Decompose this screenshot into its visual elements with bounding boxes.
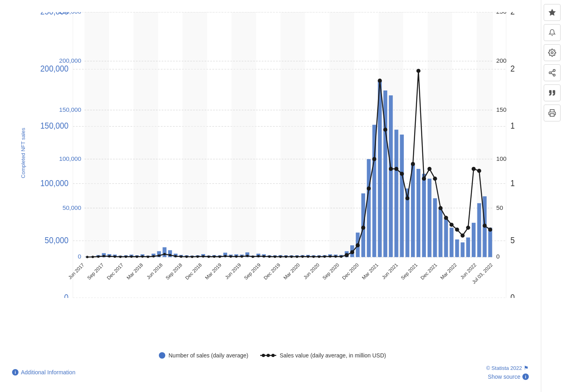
svg-point-144: [92, 256, 94, 258]
svg-point-178: [279, 255, 282, 258]
svg-point-147: [108, 255, 111, 257]
svg-point-224: [549, 72, 551, 74]
svg-point-149: [119, 256, 121, 258]
svg-point-174: [257, 255, 259, 257]
additional-info-label: Additional Information: [21, 369, 75, 376]
svg-point-155: [152, 255, 155, 257]
svg-point-143: [86, 256, 88, 258]
svg-point-197: [383, 127, 387, 131]
svg-rect-134: [444, 218, 448, 257]
svg-text:0: 0: [78, 253, 81, 260]
notification-button[interactable]: [544, 24, 561, 41]
svg-point-195: [372, 157, 376, 161]
svg-text:Mar 2022: Mar 2022: [439, 262, 458, 281]
svg-point-153: [141, 255, 144, 258]
svg-point-191: [350, 250, 354, 254]
show-source-btn[interactable]: Show source i: [488, 374, 529, 380]
print-icon: [548, 109, 556, 117]
svg-text:Mar 2021: Mar 2021: [361, 262, 379, 281]
svg-rect-20: [84, 12, 109, 257]
additional-info-btn[interactable]: i Additional Information: [12, 369, 75, 376]
svg-point-157: [163, 253, 166, 255]
svg-point-169: [230, 255, 232, 258]
bookmark-button[interactable]: [544, 4, 561, 21]
svg-text:Sep 2018: Sep 2018: [164, 262, 183, 281]
svg-point-158: [169, 254, 171, 257]
svg-point-161: [185, 255, 188, 258]
svg-text:50,000: 50,000: [62, 204, 81, 211]
svg-point-213: [472, 167, 476, 171]
svg-rect-124: [389, 95, 393, 257]
svg-point-151: [130, 255, 133, 258]
star-icon: [548, 8, 556, 16]
svg-rect-25: [330, 12, 354, 257]
svg-point-176: [268, 255, 271, 258]
svg-text:Dec 2017: Dec 2017: [106, 262, 125, 281]
svg-point-203: [416, 69, 420, 73]
quote-icon: [548, 89, 556, 96]
svg-point-225: [553, 74, 555, 76]
svg-point-163: [196, 255, 199, 258]
info-icon: i: [12, 369, 18, 376]
svg-point-201: [405, 196, 409, 200]
svg-point-209: [450, 223, 454, 227]
svg-rect-133: [439, 208, 443, 257]
svg-point-184: [312, 255, 315, 258]
legend-line-icon: [260, 352, 276, 359]
svg-rect-140: [477, 203, 481, 257]
chart-legend: Number of sales (daily average) Sales va…: [8, 352, 537, 359]
svg-text:Dec 2018: Dec 2018: [184, 262, 203, 281]
share-button[interactable]: [544, 64, 561, 81]
x-axis-labels: [38, 298, 515, 342]
svg-point-160: [180, 255, 182, 258]
svg-point-152: [136, 255, 138, 258]
svg-point-164: [202, 255, 204, 258]
svg-text:Jun 2021: Jun 2021: [381, 262, 399, 280]
svg-rect-130: [422, 174, 426, 257]
svg-text:0: 0: [496, 253, 499, 260]
svg-point-208: [444, 216, 448, 220]
svg-point-216: [488, 228, 492, 232]
svg-text:150,000: 150,000: [59, 106, 81, 113]
svg-point-189: [340, 255, 342, 258]
svg-point-223: [553, 70, 555, 72]
svg-point-193: [361, 226, 365, 230]
svg-point-177: [274, 255, 276, 258]
svg-text:250: 250: [496, 12, 506, 15]
svg-rect-126: [400, 135, 404, 257]
share-icon: [548, 69, 556, 77]
svg-text:Mar 2018: Mar 2018: [125, 262, 144, 281]
svg-rect-128: [411, 164, 415, 257]
bell-icon: [549, 29, 556, 37]
legend-item-line: Sales value (daily average, in million U…: [260, 352, 386, 359]
svg-point-202: [411, 162, 415, 166]
svg-text:100,000: 100,000: [59, 155, 81, 162]
svg-line-226: [551, 73, 553, 74]
svg-point-187: [329, 255, 331, 258]
svg-text:200,000: 200,000: [59, 57, 81, 64]
svg-text:Dec 2019: Dec 2019: [263, 262, 282, 281]
svg-point-206: [433, 177, 437, 181]
svg-point-215: [483, 224, 487, 228]
svg-point-222: [551, 52, 553, 54]
svg-point-199: [395, 167, 399, 171]
print-button[interactable]: [544, 105, 561, 121]
svg-rect-138: [466, 238, 470, 257]
svg-point-181: [296, 255, 298, 258]
copyright-text: © Statista 2022: [486, 365, 522, 371]
svg-point-192: [355, 243, 360, 247]
svg-text:Mar 2020: Mar 2020: [282, 262, 301, 281]
settings-button[interactable]: [544, 44, 561, 61]
svg-text:150: 150: [496, 106, 506, 113]
svg-rect-228: [550, 114, 554, 117]
svg-point-171: [240, 255, 243, 258]
svg-point-156: [158, 254, 160, 257]
svg-point-170: [235, 255, 238, 258]
svg-rect-136: [455, 240, 459, 257]
svg-marker-221: [549, 9, 556, 16]
quote-button[interactable]: [544, 84, 561, 101]
svg-point-204: [422, 177, 426, 181]
show-source-info-icon: i: [522, 374, 529, 380]
legend-line-label: Sales value (daily average, in million U…: [279, 352, 386, 359]
svg-rect-83: [162, 247, 166, 257]
